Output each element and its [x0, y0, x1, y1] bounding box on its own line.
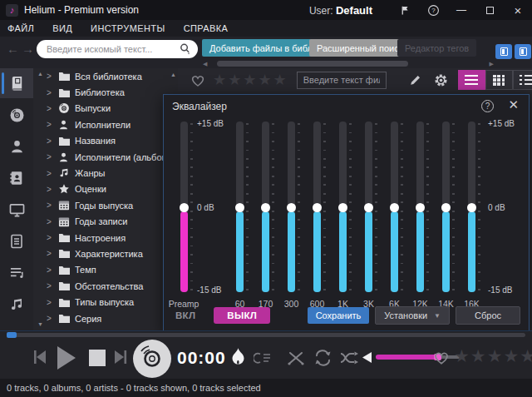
dialog-close-icon[interactable]: ✕: [508, 97, 519, 112]
star-icon[interactable]: ★: [258, 72, 271, 87]
eq-slider-thumb[interactable]: [287, 203, 296, 212]
eq-slider-thumb[interactable]: [364, 203, 373, 212]
eq-slider-thumb[interactable]: [390, 203, 399, 212]
panel-toggle-left-icon[interactable]: [495, 44, 512, 59]
rating-stars[interactable]: ★★★★★: [213, 72, 287, 87]
menu-item-0[interactable]: ФАЙЛ: [7, 23, 34, 33]
shuffle-icon[interactable]: [339, 350, 360, 366]
chevron-right-icon[interactable]: >: [47, 298, 58, 307]
eq-slider-thumb[interactable]: [235, 203, 244, 212]
tree-item[interactable]: >Библиотека: [33, 84, 178, 100]
favorite-heart-icon[interactable]: [190, 72, 206, 87]
chevron-right-icon[interactable]: >: [47, 120, 58, 129]
tree-item[interactable]: >Темп: [33, 262, 178, 278]
tree-item[interactable]: >Годы записи: [33, 214, 178, 230]
next-track-icon[interactable]: [112, 348, 129, 366]
toolbar-scrollbar[interactable]: ◀ ▶: [203, 60, 494, 67]
scrollbar-thumb[interactable]: [217, 61, 408, 67]
seek-track[interactable]: [7, 333, 525, 337]
minimize-button[interactable]: —: [447, 0, 475, 20]
scroll-right-icon[interactable]: ▶: [490, 61, 494, 67]
play-button-icon[interactable]: [52, 344, 80, 372]
eq-slider-track[interactable]: [288, 122, 295, 292]
eq-slider-track[interactable]: [180, 122, 188, 292]
menu-item-1[interactable]: ВИД: [52, 23, 72, 33]
star-icon[interactable]: ★: [470, 348, 486, 365]
tree-scroll-down-icon[interactable]: ▼: [37, 321, 43, 327]
view-details-button[interactable]: [513, 70, 532, 90]
tree-item[interactable]: >Исполнители (альбом): [33, 149, 178, 165]
chevron-right-icon[interactable]: >: [47, 169, 58, 178]
nav-forward-icon[interactable]: →: [22, 42, 34, 56]
eq-slider-track[interactable]: [236, 122, 244, 292]
close-button[interactable]: ×: [504, 0, 532, 20]
tree-item[interactable]: >Выпуски: [33, 101, 178, 117]
eq-presets-button[interactable]: Установки ▼: [375, 306, 450, 325]
star-icon[interactable]: ★: [487, 348, 503, 365]
chevron-right-icon[interactable]: >: [47, 217, 58, 226]
album-art-disc-icon[interactable]: [133, 340, 171, 378]
chevron-right-icon[interactable]: >: [47, 104, 58, 113]
chevron-right-icon[interactable]: >: [47, 281, 58, 290]
sidebar-item-music-notes[interactable]: [0, 290, 33, 320]
filter-input[interactable]: [297, 72, 387, 89]
eq-slider-track[interactable]: [416, 122, 424, 292]
tree-item[interactable]: >Жанры: [33, 165, 178, 181]
stop-button-icon[interactable]: [87, 348, 107, 368]
star-icon[interactable]: ★: [243, 72, 256, 87]
eq-slider-track[interactable]: [313, 122, 321, 292]
star-icon[interactable]: ★: [228, 72, 241, 87]
tree-item[interactable]: >Типы выпуска: [33, 294, 178, 310]
eq-slider-thumb[interactable]: [467, 203, 476, 212]
eq-slider-thumb[interactable]: [441, 203, 451, 212]
tree-item[interactable]: >Характеристика: [33, 246, 178, 261]
eq-save-button[interactable]: Сохранить: [308, 307, 370, 324]
volume-speaker-icon[interactable]: [362, 351, 372, 364]
tree-item[interactable]: >Вся библиотека: [33, 68, 178, 84]
play-queue-icon[interactable]: [254, 350, 272, 365]
eq-slider-track[interactable]: [365, 122, 372, 292]
chevron-right-icon[interactable]: >: [47, 136, 58, 146]
sidebar-item-artists[interactable]: [0, 132, 33, 161]
sidebar-item-discs[interactable]: [0, 100, 33, 130]
tree-scroll-up-icon[interactable]: ▲: [37, 71, 43, 77]
chevron-right-icon[interactable]: >: [47, 201, 58, 210]
tree-item[interactable]: >Оценки: [33, 181, 178, 197]
sidebar-item-devices[interactable]: [0, 195, 33, 225]
eq-on-button[interactable]: ВКЛ: [175, 310, 195, 320]
chevron-right-icon[interactable]: >: [47, 185, 58, 194]
search-input[interactable]: [47, 44, 179, 54]
menu-item-2[interactable]: ИНСТРУМЕНТЫ: [91, 23, 165, 33]
eq-slider-track[interactable]: [339, 122, 347, 292]
sidebar-item-playlists[interactable]: [0, 258, 33, 288]
tag-editor-button[interactable]: Редактор тегов: [397, 39, 476, 57]
star-icon[interactable]: ★: [503, 348, 519, 365]
tree-item[interactable]: >Обстоятельства: [33, 278, 178, 294]
sidebar-item-library-book[interactable]: [0, 68, 33, 98]
scroll-left-icon[interactable]: ◀: [203, 61, 207, 67]
scrobble-flame-icon[interactable]: [229, 347, 247, 368]
chevron-right-icon[interactable]: >: [47, 88, 58, 97]
view-list-button[interactable]: [458, 70, 485, 90]
view-grid-button[interactable]: [485, 70, 513, 90]
equalizer-dialog-header[interactable]: Эквалайзер ? ✕: [164, 95, 529, 117]
settings-gear-icon[interactable]: [434, 73, 448, 87]
eq-reset-button[interactable]: Сброс: [456, 306, 520, 325]
sidebar-item-contacts[interactable]: [0, 163, 33, 193]
favorite-heart-icon[interactable]: [432, 349, 451, 365]
repeat-icon[interactable]: [312, 348, 334, 368]
eq-slider-track[interactable]: [468, 122, 475, 292]
tree-item[interactable]: >Серия: [33, 310, 178, 326]
tree-vscroll-up-icon[interactable]: ▲: [170, 72, 176, 77]
star-icon[interactable]: ★: [454, 348, 470, 365]
eq-slider-thumb[interactable]: [416, 203, 425, 212]
chevron-right-icon[interactable]: >: [47, 314, 58, 323]
eq-off-button[interactable]: ВЫКЛ: [214, 307, 270, 324]
chevron-right-icon[interactable]: >: [47, 233, 58, 242]
chevron-right-icon[interactable]: >: [47, 72, 58, 81]
advanced-search-button[interactable]: Расширенный поиск: [309, 39, 411, 57]
tree-item[interactable]: >Годы выпуска: [33, 197, 178, 213]
flag-language-icon[interactable]: [391, 0, 419, 20]
eq-slider-thumb[interactable]: [338, 203, 347, 212]
tree-item[interactable]: >Названия: [33, 133, 178, 149]
